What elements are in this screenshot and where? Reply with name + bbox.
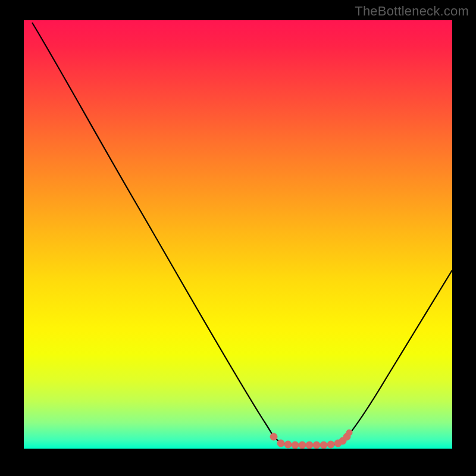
chart-container: TheBottleneck.com (0, 0, 476, 476)
bottleneck-curve (32, 23, 452, 445)
watermark-text: TheBottleneck.com (355, 4, 469, 19)
svg-point-2 (284, 441, 292, 448)
svg-point-3 (292, 441, 299, 449)
plot-area (24, 20, 452, 449)
svg-point-12 (346, 430, 352, 436)
highlight-band (270, 430, 352, 449)
svg-point-7 (320, 441, 327, 449)
svg-point-6 (313, 441, 320, 449)
svg-point-5 (306, 441, 313, 449)
svg-point-4 (299, 441, 306, 449)
curve-layer (24, 20, 452, 449)
svg-point-1 (277, 440, 284, 447)
svg-point-0 (270, 433, 277, 440)
svg-point-8 (327, 441, 334, 448)
